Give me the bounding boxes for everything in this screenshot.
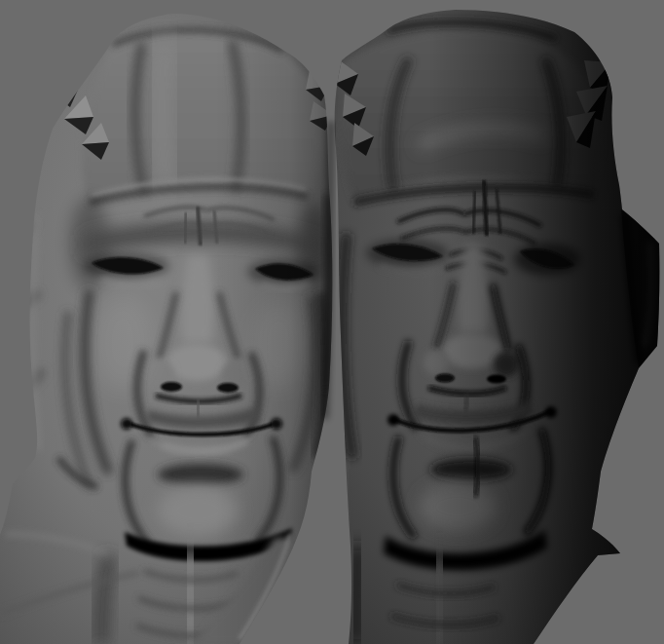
glabella-crease bbox=[185, 212, 186, 244]
cheek-highlight bbox=[92, 294, 154, 392]
neck-side-shadow bbox=[356, 546, 358, 644]
throat-highlight bbox=[190, 551, 192, 644]
crest-center-highlight bbox=[162, 39, 167, 191]
neck-side-shadow bbox=[101, 555, 109, 644]
render-viewport bbox=[0, 0, 664, 644]
mouth-corner-shadow bbox=[121, 418, 132, 430]
sculpt-render-canvas bbox=[0, 0, 664, 644]
philtrum-crease bbox=[198, 399, 199, 417]
nostril bbox=[161, 382, 182, 392]
left-nose-bridge bbox=[181, 255, 213, 343]
mouth-corner-shadow bbox=[387, 414, 399, 426]
